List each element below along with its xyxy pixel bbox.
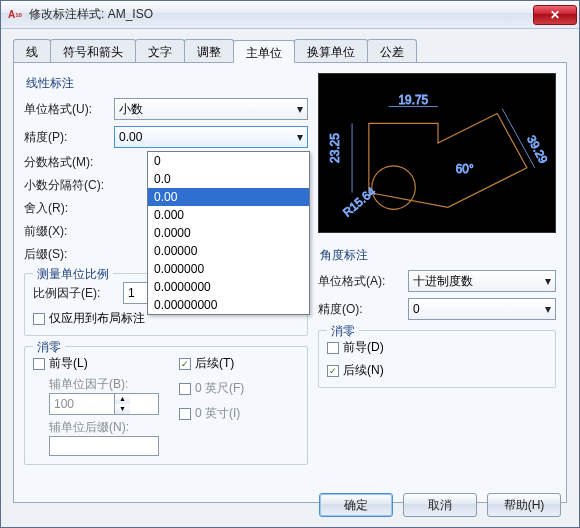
tab-primary-units[interactable]: 主单位 xyxy=(233,40,295,63)
precision-option[interactable]: 0.0 xyxy=(148,170,309,188)
ang-unit-value: 十进制度数 xyxy=(413,273,473,290)
precision-option[interactable]: 0.000000 xyxy=(148,260,309,278)
precision-option[interactable]: 0.000 xyxy=(148,206,309,224)
checkbox-icon: ✓ xyxy=(327,365,339,377)
roundoff-label: 舍入(R): xyxy=(24,200,114,217)
prefix-label: 前缀(X): xyxy=(24,223,114,240)
ang-precision-value: 0 xyxy=(413,302,420,316)
title-bar: A10 修改标注样式: AM_ISO ✕ xyxy=(1,1,579,29)
inches-label: 0 英寸(I) xyxy=(195,405,240,422)
dialog-title: 修改标注样式: AM_ISO xyxy=(29,6,533,23)
precision-option[interactable]: 0.00000000 xyxy=(148,296,309,314)
checkbox-icon xyxy=(327,342,339,354)
feet-checkbox: 0 英尺(F) xyxy=(179,380,299,397)
precision-option[interactable]: 0.00000 xyxy=(148,242,309,260)
help-button[interactable]: 帮助(H) xyxy=(487,493,561,517)
leading-checkbox[interactable]: 前导(L) xyxy=(33,355,159,372)
tab-lines[interactable]: 线 xyxy=(13,39,51,62)
layout-only-label: 仅应用到布局标注 xyxy=(49,310,145,327)
chevron-down-icon: ▾ xyxy=(287,102,303,116)
checkbox-icon xyxy=(33,313,45,325)
tab-symbols[interactable]: 符号和箭头 xyxy=(50,39,136,62)
precision-option[interactable]: 0.0000 xyxy=(148,224,309,242)
unit-format-select[interactable]: 小数▾ xyxy=(114,98,308,120)
sub-suffix-input xyxy=(49,436,159,456)
feet-label: 0 英尺(F) xyxy=(195,380,244,397)
unit-format-label: 单位格式(U): xyxy=(24,101,114,118)
precision-option[interactable]: 0.0000000 xyxy=(148,278,309,296)
svg-text:19.75: 19.75 xyxy=(398,93,428,107)
cancel-button[interactable]: 取消 xyxy=(403,493,477,517)
dialog-root: A10 修改标注样式: AM_ISO ✕ 线 符号和箭头 文字 调整 主单位 换… xyxy=(0,0,580,528)
decimal-sep-label: 小数分隔符(C): xyxy=(24,177,114,194)
ang-zero-title: 消零 xyxy=(327,323,359,340)
tab-tolerances[interactable]: 公差 xyxy=(367,39,417,62)
close-button[interactable]: ✕ xyxy=(533,5,577,25)
ang-trailing-checkbox[interactable]: ✓后续(N) xyxy=(327,362,547,379)
sub-factor-spinner: ▲▼ xyxy=(49,393,159,415)
leading-label: 前导(L) xyxy=(49,355,88,372)
ang-leading-label: 前导(D) xyxy=(343,339,384,356)
scale-factor-label: 比例因子(E): xyxy=(33,285,123,302)
sub-factor-label: 辅单位因子(B): xyxy=(49,376,159,393)
scale-group-title: 测量单位比例 xyxy=(33,266,113,283)
app-icon: A10 xyxy=(7,7,23,23)
precision-option-selected[interactable]: 0.00 xyxy=(148,188,309,206)
sub-factor-input xyxy=(50,397,114,411)
svg-text:60°: 60° xyxy=(456,162,474,176)
precision-select[interactable]: 0.00▾ xyxy=(114,126,308,148)
sub-suffix-label: 辅单位后缀(N): xyxy=(49,419,159,436)
checkbox-icon xyxy=(179,408,191,420)
chevron-down-icon: ▾ xyxy=(535,274,551,288)
checkbox-icon xyxy=(179,383,191,395)
chevron-down-icon: ▾ xyxy=(287,130,303,144)
ang-unit-select[interactable]: 十进制度数▾ xyxy=(408,270,556,292)
content-area: 线 符号和箭头 文字 调整 主单位 换算单位 公差 线性标注 单位格式(U): … xyxy=(1,29,579,527)
tab-pane: 线性标注 单位格式(U): 小数▾ 精度(P): 0.00▾ 分数格式(M): … xyxy=(13,63,567,503)
trailing-label: 后续(T) xyxy=(195,355,234,372)
svg-point-0 xyxy=(372,166,415,209)
fraction-format-label: 分数格式(M): xyxy=(24,154,114,171)
preview-canvas: 19.75 23.25 39.29 R15.64 60° xyxy=(318,73,556,233)
ok-button[interactable]: 确定 xyxy=(319,493,393,517)
precision-value: 0.00 xyxy=(119,130,142,144)
svg-text:23.25: 23.25 xyxy=(328,133,342,163)
tab-alt-units[interactable]: 换算单位 xyxy=(294,39,368,62)
ang-precision-select[interactable]: 0▾ xyxy=(408,298,556,320)
chevron-down-icon: ▾ xyxy=(535,302,551,316)
checkbox-icon xyxy=(33,358,45,370)
ang-precision-label: 精度(O): xyxy=(318,301,408,318)
ang-leading-checkbox[interactable]: 前导(D) xyxy=(327,339,547,356)
tab-text[interactable]: 文字 xyxy=(135,39,185,62)
inches-checkbox: 0 英寸(I) xyxy=(179,405,299,422)
precision-dropdown[interactable]: 0 0.0 0.00 0.000 0.0000 0.00000 0.000000… xyxy=(147,151,310,315)
spinner-down-icon: ▼ xyxy=(115,404,130,414)
tab-fit[interactable]: 调整 xyxy=(184,39,234,62)
button-row: 确定 取消 帮助(H) xyxy=(319,493,561,517)
precision-option[interactable]: 0 xyxy=(148,152,309,170)
svg-text:R15.64: R15.64 xyxy=(340,184,379,220)
spinner-up-icon: ▲ xyxy=(115,394,130,404)
angular-group-title: 角度标注 xyxy=(320,247,556,264)
ang-zero-group: 消零 前导(D) ✓后续(N) xyxy=(318,330,556,388)
ang-unit-label: 单位格式(A): xyxy=(318,273,408,290)
zero-group-title: 消零 xyxy=(33,339,65,356)
linear-group-title: 线性标注 xyxy=(26,75,308,92)
svg-text:39.29: 39.29 xyxy=(524,133,550,166)
tab-strip: 线 符号和箭头 文字 调整 主单位 换算单位 公差 xyxy=(13,39,567,63)
precision-label: 精度(P): xyxy=(24,129,114,146)
zero-suppress-group: 消零 前导(L) 辅单位因子(B): ▲▼ 辅单位后缀(N): xyxy=(24,346,308,465)
trailing-checkbox[interactable]: ✓后续(T) xyxy=(179,355,299,372)
suffix-label: 后缀(S): xyxy=(24,246,114,263)
ang-trailing-label: 后续(N) xyxy=(343,362,384,379)
checkbox-icon: ✓ xyxy=(179,358,191,370)
unit-format-value: 小数 xyxy=(119,101,143,118)
right-column: 19.75 23.25 39.29 R15.64 60° 角度标注 单位格式(A… xyxy=(318,73,556,492)
left-column: 线性标注 单位格式(U): 小数▾ 精度(P): 0.00▾ 分数格式(M): … xyxy=(24,73,308,492)
